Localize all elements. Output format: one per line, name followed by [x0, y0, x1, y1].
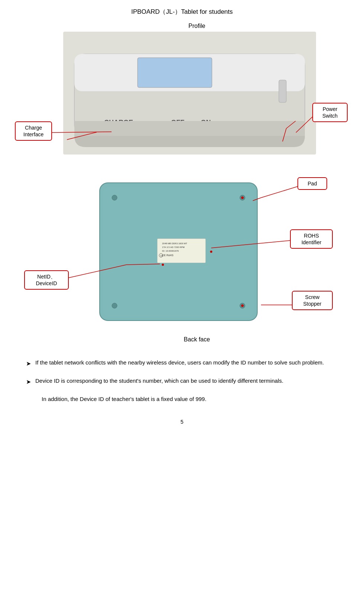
svg-text:CE: CE [160, 255, 163, 257]
screw-stopper-label: Screw Stopper [292, 291, 333, 310]
svg-point-36 [241, 197, 244, 199]
svg-point-24 [112, 303, 117, 308]
power-switch-label: Power Switch [312, 103, 348, 122]
svg-line-37 [261, 187, 297, 198]
svg-rect-3 [138, 58, 212, 87]
page-number: 5 [15, 419, 349, 425]
indent-text-1: In addition, the Device ID of teacher's … [42, 394, 338, 404]
profile-image: CHARGE OFF ON [63, 32, 316, 155]
bullet-arrow-2: ➤ [26, 377, 31, 387]
bullet-item-1: ➤ If the tablet network conflicts with t… [26, 358, 338, 369]
bullet-item-2: ➤ Device ID is corresponding to the stud… [26, 376, 338, 387]
bullet-text-1: If the tablet network conflicts with the… [35, 358, 338, 367]
profile-section: Profile CHARGE OFF [15, 23, 364, 172]
svg-point-22 [112, 195, 117, 200]
charge-interface-label: Charge Interface [15, 121, 52, 141]
svg-rect-13 [279, 80, 286, 102]
page-container: IPBOARD（JL-）Tablet for students Profile [0, 0, 364, 447]
backface-section: 2048 MB DDR3 1600 MT 1TA 3.5 HD 7200 RPM… [15, 175, 364, 347]
pad-label: Pad [297, 177, 327, 190]
bullet-arrow-1: ➤ [26, 359, 31, 369]
svg-point-34 [162, 264, 164, 266]
svg-point-33 [210, 251, 212, 253]
bullet-text-2: Device ID is corresponding to the studen… [35, 376, 338, 386]
page-title: IPBOARD（JL-）Tablet for students [15, 7, 349, 16]
svg-rect-14 [74, 121, 305, 136]
backface-label: Back face [15, 336, 364, 343]
svg-text:1TA 3.5 HD 7200 RPM: 1TA 3.5 HD 7200 RPM [162, 246, 185, 248]
profile-label: Profile [189, 23, 205, 29]
rohs-label: ROHSIdentifier [290, 229, 333, 249]
svg-text:ID: 10-00001679: ID: 10-00001679 [162, 250, 179, 252]
svg-text:CE RoHS: CE RoHS [162, 254, 174, 257]
netid-label: NetID、DeviceID [24, 270, 69, 290]
svg-point-35 [241, 305, 244, 307]
content-section: ➤ If the tablet network conflicts with t… [15, 358, 349, 404]
backface-image: 2048 MB DDR3 1600 MT 1TA 3.5 HD 7200 RPM… [96, 179, 261, 324]
svg-text:2048 MB DDR3 1600 MT: 2048 MB DDR3 1600 MT [162, 242, 187, 245]
